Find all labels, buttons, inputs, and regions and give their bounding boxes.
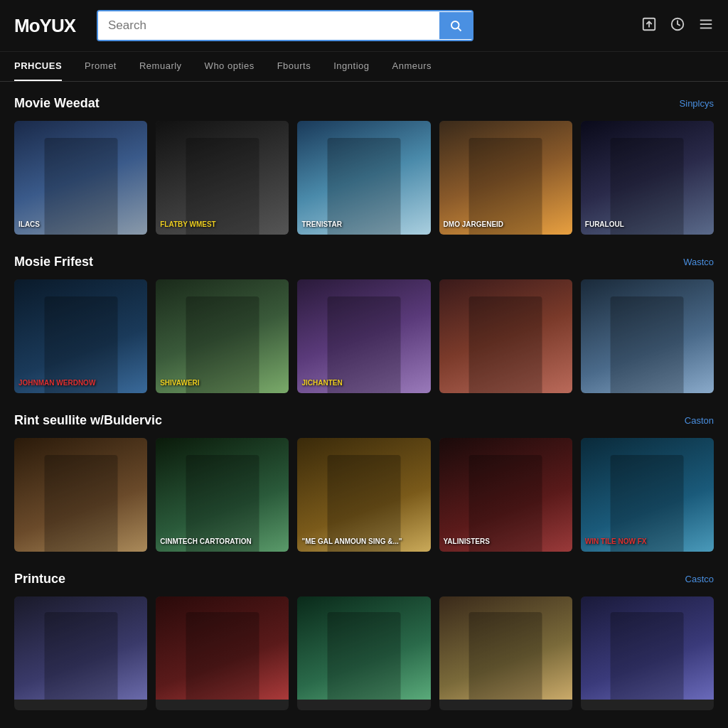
main-content: Movie Weedat Sinplcys ILACS FLATBY WMEST <box>0 82 728 728</box>
tab-prhcues[interactable]: PRHCUES <box>14 52 62 81</box>
section-link-1[interactable]: Sinplcys <box>680 98 714 109</box>
section-title-2: Mosie Frifest <box>14 255 93 269</box>
tab-anmeurs[interactable]: Anmeurs <box>392 52 432 81</box>
movie-card[interactable] <box>14 438 147 552</box>
search-input[interactable] <box>98 11 439 40</box>
movie-card[interactable]: DMO JARGENEID <box>439 121 572 235</box>
movie-card[interactable] <box>14 596 147 710</box>
menu-icon[interactable] <box>698 16 714 36</box>
section-header-4: Printuce Castco <box>14 572 714 587</box>
section-title-4: Printuce <box>14 572 65 587</box>
tab-who-opties[interactable]: Who opties <box>205 52 255 81</box>
movie-title: JICHANTEN <box>301 379 426 387</box>
section-header-2: Mosie Frifest Wastco <box>14 255 714 269</box>
movie-title: TRENISTAR <box>301 220 426 229</box>
upload-icon[interactable] <box>641 16 657 36</box>
clock-icon[interactable] <box>670 16 685 36</box>
movie-card[interactable]: TRENISTAR <box>297 121 430 235</box>
movie-card[interactable]: WIN TILE NOW FX <box>581 438 714 552</box>
section-title-3: Rint seullite w/Buldervic <box>14 413 162 428</box>
movie-card[interactable] <box>439 596 572 710</box>
movie-card[interactable] <box>156 596 289 710</box>
nav-tabs: PRHCUES Promet Remuarly Who opties Fbour… <box>0 52 728 82</box>
section-printuce: Printuce Castco <box>14 572 714 710</box>
logo: MoYUX <box>14 15 85 37</box>
section-header-3: Rint seullite w/Buldervic Caston <box>14 413 714 428</box>
tab-fbourts[interactable]: Fbourts <box>277 52 311 81</box>
movie-card[interactable] <box>297 596 430 710</box>
movie-title: YALINISTERS <box>444 537 568 546</box>
movie-card[interactable] <box>581 279 714 393</box>
movie-card[interactable]: JICHANTEN <box>297 279 430 393</box>
movie-grid-4 <box>14 596 714 710</box>
section-link-3[interactable]: Caston <box>685 415 714 426</box>
movie-title: "Me Gal Anmoun Sing &..." <box>301 537 426 546</box>
movie-card[interactable]: CINMTECH CARTORATION <box>156 438 289 552</box>
svg-point-0 <box>451 21 459 29</box>
search-button[interactable] <box>439 12 472 39</box>
section-mosie-frifest: Mosie Frifest Wastco JOHNMAN WERDNOW SHI… <box>14 255 714 393</box>
tab-ingntiog[interactable]: Ingntiog <box>333 52 369 81</box>
tab-remuarly[interactable]: Remuarly <box>139 52 182 81</box>
movie-card[interactable]: ILACS <box>14 121 147 235</box>
movie-card[interactable]: FURALOUL <box>581 121 714 235</box>
movie-card[interactable]: JOHNMAN WERDNOW <box>14 279 147 393</box>
movie-title: JOHNMAN WERDNOW <box>18 379 143 387</box>
section-movie-weedat: Movie Weedat Sinplcys ILACS FLATBY WMEST <box>14 96 714 235</box>
header: MoYUX <box>0 0 728 52</box>
section-title-1: Movie Weedat <box>14 96 100 111</box>
movie-grid-1: ILACS FLATBY WMEST TRENISTAR <box>14 121 714 235</box>
movie-title: CINMTECH CARTORATION <box>160 537 284 546</box>
section-link-2[interactable]: Wastco <box>683 257 714 267</box>
movie-card[interactable]: FLATBY WMEST <box>156 121 289 235</box>
movie-title: WIN TILE NOW FX <box>585 537 710 546</box>
movie-card[interactable] <box>581 596 714 710</box>
header-icons <box>641 16 714 36</box>
movie-card[interactable]: "Me Gal Anmoun Sing &..." <box>297 438 430 552</box>
section-header-1: Movie Weedat Sinplcys <box>14 96 714 111</box>
movie-title: ILACS <box>18 220 143 229</box>
movie-card[interactable]: YALINISTERS <box>439 438 572 552</box>
movie-title: FLATBY WMEST <box>160 220 284 229</box>
movie-title: FURALOUL <box>585 220 710 229</box>
movie-card[interactable]: SHIVAWERI <box>156 279 289 393</box>
movie-grid-2: JOHNMAN WERDNOW SHIVAWERI JICHANTEN <box>14 279 714 393</box>
movie-title: DMO JARGENEID <box>444 220 568 229</box>
section-rint-seullite: Rint seullite w/Buldervic Caston CINMTEC… <box>14 413 714 552</box>
movie-card[interactable] <box>439 279 572 393</box>
search-bar <box>97 10 473 41</box>
section-link-4[interactable]: Castco <box>685 574 714 584</box>
tab-promet[interactable]: Promet <box>85 52 117 81</box>
movie-title: SHIVAWERI <box>160 379 284 387</box>
svg-line-1 <box>458 28 461 31</box>
movie-grid-3: CINMTECH CARTORATION "Me Gal Anmoun Sing… <box>14 438 714 552</box>
